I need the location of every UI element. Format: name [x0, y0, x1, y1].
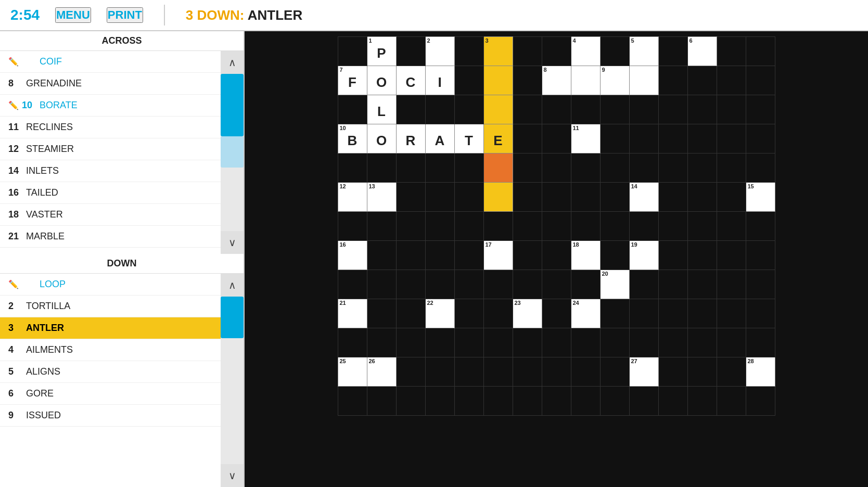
grid-cell[interactable]	[717, 270, 746, 299]
across-clue-item[interactable]: 22STINGRAY	[0, 248, 244, 254]
grid-cell[interactable]	[600, 37, 629, 66]
grid-cell[interactable]: 2	[425, 37, 454, 66]
grid-cell[interactable]: I	[425, 66, 454, 95]
grid-cell[interactable]	[454, 153, 483, 183]
grid-cell[interactable]	[746, 299, 775, 328]
grid-cell[interactable]	[600, 153, 629, 183]
grid-cell[interactable]: 27	[629, 357, 658, 387]
grid-cell[interactable]	[483, 328, 513, 357]
grid-cell[interactable]	[396, 241, 425, 270]
grid-cell[interactable]	[629, 124, 658, 153]
grid-cell[interactable]	[629, 95, 658, 124]
grid-cell[interactable]	[338, 95, 367, 124]
grid-cell[interactable]	[483, 183, 513, 212]
grid-cell[interactable]	[338, 37, 367, 66]
grid-cell[interactable]	[454, 270, 483, 299]
grid-cell[interactable]	[571, 212, 600, 241]
grid-cell[interactable]	[571, 153, 600, 183]
grid-cell[interactable]	[687, 124, 717, 153]
grid-cell[interactable]	[483, 95, 513, 124]
grid-cell[interactable]	[600, 124, 629, 153]
grid-cell[interactable]	[746, 37, 775, 66]
grid-cell[interactable]	[600, 183, 629, 212]
across-clue-item[interactable]: 21MARBLE	[0, 226, 244, 248]
grid-cell[interactable]	[513, 124, 542, 153]
grid-cell[interactable]	[338, 153, 367, 183]
grid-cell[interactable]: 1P	[367, 37, 396, 66]
grid-cell[interactable]	[396, 357, 425, 387]
grid-cell[interactable]	[746, 124, 775, 153]
grid-cell[interactable]	[367, 241, 396, 270]
grid-cell[interactable]	[717, 357, 746, 387]
grid-cell[interactable]	[396, 183, 425, 212]
grid-cell[interactable]: 9	[600, 66, 629, 95]
grid-cell[interactable]: 20	[600, 270, 629, 299]
grid-cell[interactable]	[542, 212, 571, 241]
grid-cell[interactable]: O	[367, 66, 396, 95]
across-clue-item[interactable]: 11RECLINES	[0, 117, 244, 138]
grid-cell[interactable]	[687, 328, 717, 357]
grid-cell[interactable]	[658, 124, 687, 153]
grid-cell[interactable]	[746, 95, 775, 124]
grid-cell[interactable]: 17	[483, 241, 513, 270]
grid-cell[interactable]	[513, 95, 542, 124]
grid-cell[interactable]	[483, 387, 513, 416]
grid-cell[interactable]: 25	[338, 357, 367, 387]
grid-cell[interactable]	[746, 212, 775, 241]
grid-cell[interactable]	[542, 37, 571, 66]
grid-cell[interactable]	[513, 328, 542, 357]
grid-cell[interactable]	[687, 183, 717, 212]
grid-cell[interactable]: 16	[338, 241, 367, 270]
grid-cell[interactable]	[687, 153, 717, 183]
across-clue-item[interactable]: 18VASTER	[0, 204, 244, 226]
grid-cell[interactable]: 13	[367, 183, 396, 212]
grid-cell[interactable]	[629, 212, 658, 241]
grid-cell[interactable]	[629, 299, 658, 328]
grid-cell[interactable]	[425, 270, 454, 299]
grid-cell[interactable]: 24	[571, 299, 600, 328]
grid-cell[interactable]: L	[367, 95, 396, 124]
grid-cell[interactable]	[454, 212, 483, 241]
grid-cell[interactable]	[425, 95, 454, 124]
grid-cell[interactable]	[425, 212, 454, 241]
across-clue-item[interactable]: 16TAILED	[0, 182, 244, 204]
across-clue-item[interactable]: 12STEAMIER	[0, 138, 244, 160]
grid-cell[interactable]	[396, 387, 425, 416]
grid-cell[interactable]	[454, 66, 483, 95]
grid-cell[interactable]	[571, 95, 600, 124]
grid-cell[interactable]	[396, 212, 425, 241]
grid-cell[interactable]	[367, 328, 396, 357]
grid-cell[interactable]	[542, 153, 571, 183]
grid-cell[interactable]	[746, 241, 775, 270]
grid-cell[interactable]	[687, 212, 717, 241]
grid-cell[interactable]	[629, 66, 658, 95]
down-scroll-up[interactable]: ∧	[221, 274, 244, 297]
grid-cell[interactable]	[513, 66, 542, 95]
grid-cell[interactable]	[425, 387, 454, 416]
grid-cell[interactable]	[396, 328, 425, 357]
grid-cell[interactable]	[571, 357, 600, 387]
grid-cell[interactable]	[542, 387, 571, 416]
grid-cell[interactable]: 10B	[338, 124, 367, 153]
grid-cell[interactable]	[658, 270, 687, 299]
crossword-grid[interactable]: 1P234567FOCI89L10BORATE11121314151617181…	[338, 36, 775, 416]
grid-cell[interactable]	[717, 299, 746, 328]
grid-cell[interactable]	[658, 387, 687, 416]
grid-cell[interactable]	[746, 387, 775, 416]
grid-cell[interactable]	[454, 299, 483, 328]
grid-cell[interactable]	[454, 387, 483, 416]
across-scrollbar-thumb-light[interactable]	[221, 136, 244, 168]
grid-cell[interactable]	[454, 241, 483, 270]
grid-cell[interactable]	[513, 183, 542, 212]
print-button[interactable]: PRINT	[107, 7, 143, 23]
grid-cell[interactable]	[600, 387, 629, 416]
grid-cell[interactable]	[687, 95, 717, 124]
down-clue-item[interactable]: 5ALIGNS	[0, 361, 244, 383]
grid-cell[interactable]	[717, 95, 746, 124]
grid-cell[interactable]	[658, 183, 687, 212]
grid-cell[interactable]	[513, 270, 542, 299]
grid-cell[interactable]	[396, 153, 425, 183]
grid-cell[interactable]: A	[425, 124, 454, 153]
grid-cell[interactable]	[483, 66, 513, 95]
grid-cell[interactable]	[658, 153, 687, 183]
